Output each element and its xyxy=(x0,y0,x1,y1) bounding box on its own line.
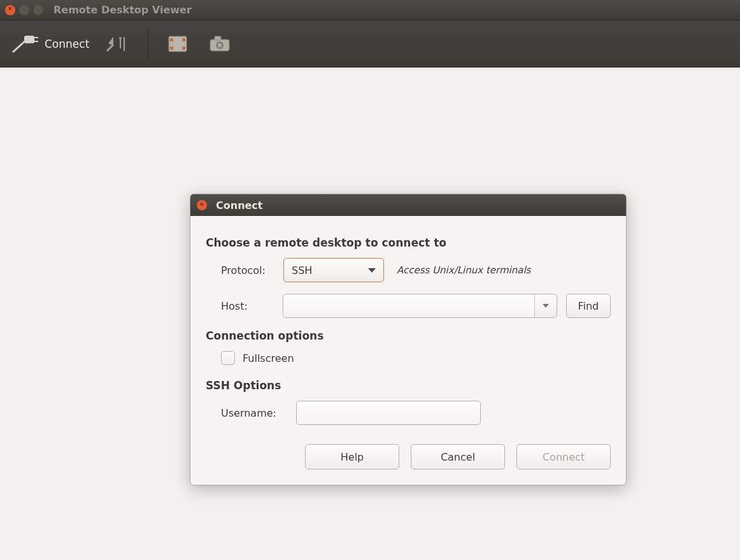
svg-rect-1 xyxy=(34,37,38,38)
toolbar-screenshot-button[interactable] xyxy=(202,27,238,61)
dialog-body: Choose a remote desktop to connect to Pr… xyxy=(190,216,626,485)
protocol-combobox[interactable]: SSH xyxy=(283,258,384,282)
cancel-button-label: Cancel xyxy=(441,451,475,463)
protocol-hint: Access Unix/Linux terminals xyxy=(397,264,530,276)
toolbar-disconnect-button[interactable] xyxy=(101,27,136,61)
toolbar-separator xyxy=(148,30,148,58)
dialog-close-button[interactable] xyxy=(197,200,207,210)
connect-button-label: Connect xyxy=(543,451,585,463)
main-window-titlebar: Remote Desktop Viewer xyxy=(0,0,740,20)
help-button-label: Help xyxy=(341,451,364,463)
help-button[interactable]: Help xyxy=(305,444,399,470)
protocol-value: SSH xyxy=(292,264,312,276)
camera-icon xyxy=(207,33,232,55)
chevron-down-icon xyxy=(543,304,549,308)
workspace: Connect Choose a remote desktop to conne… xyxy=(0,68,740,560)
dialog-title: Connect xyxy=(216,199,263,212)
fullscreen-icon xyxy=(165,33,190,55)
section-choose-remote: Choose a remote desktop to connect to xyxy=(206,236,611,249)
protocol-label: Protocol: xyxy=(221,264,283,276)
username-label: Username: xyxy=(221,407,296,419)
svg-rect-0 xyxy=(24,36,34,43)
connect-dialog: Connect Choose a remote desktop to conne… xyxy=(190,194,627,485)
svg-rect-2 xyxy=(34,41,38,42)
svg-rect-3 xyxy=(120,39,121,48)
protocol-row: Protocol: SSH Access Unix/Linux terminal… xyxy=(206,258,611,282)
find-button-label: Find xyxy=(578,300,599,312)
plug-icon xyxy=(11,33,39,55)
cancel-button[interactable]: Cancel xyxy=(411,444,505,470)
connect-button[interactable]: Connect xyxy=(516,444,611,470)
window-close-button[interactable] xyxy=(5,5,15,15)
svg-point-5 xyxy=(119,37,122,39)
toolbar-connect-button[interactable]: Connect xyxy=(6,27,94,61)
toolbar-connect-label: Connect xyxy=(45,38,89,50)
svg-point-10 xyxy=(218,43,222,47)
host-dropdown-button[interactable] xyxy=(535,294,557,317)
svg-rect-8 xyxy=(215,36,221,40)
section-ssh-options: SSH Options xyxy=(206,379,611,392)
fullscreen-row: Fullscreen xyxy=(206,351,611,365)
window-minimize-button[interactable] xyxy=(19,5,29,15)
username-input[interactable] xyxy=(297,401,480,424)
dialog-titlebar: Connect xyxy=(190,194,626,216)
username-row: Username: xyxy=(206,401,611,425)
svg-rect-4 xyxy=(124,37,125,51)
window-maximize-button[interactable] xyxy=(33,5,43,15)
toolbar: Connect xyxy=(0,20,740,68)
username-field[interactable] xyxy=(296,401,481,425)
host-combobox[interactable] xyxy=(283,294,557,318)
fullscreen-label: Fullscreen xyxy=(243,352,294,364)
window-title: Remote Desktop Viewer xyxy=(53,4,192,16)
toolbar-fullscreen-button[interactable] xyxy=(160,27,196,61)
section-connection-options: Connection options xyxy=(206,329,611,342)
host-row: Host: Find xyxy=(206,294,611,318)
fullscreen-checkbox[interactable] xyxy=(221,351,235,365)
dialog-actions: Help Cancel Connect xyxy=(206,444,611,470)
plug-disconnect-icon xyxy=(106,33,131,55)
chevron-down-icon xyxy=(368,268,376,273)
find-button[interactable]: Find xyxy=(566,294,611,318)
host-input[interactable] xyxy=(283,294,535,317)
host-label: Host: xyxy=(221,300,283,312)
